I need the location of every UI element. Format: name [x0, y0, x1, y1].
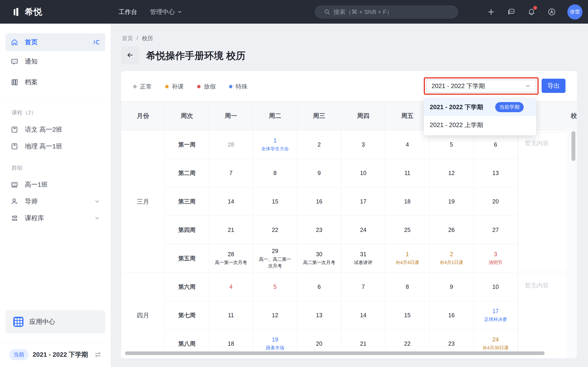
chevron-down-icon — [177, 9, 182, 15]
current-badge: 当前 — [9, 349, 28, 360]
main-content: 首页 / 校历 希悦操作手册环境 校历 正常 补课 放假 特殊 — [111, 24, 588, 367]
calendar-day-cell: 24 — [341, 216, 385, 244]
calendar-day-cell: 17足球杯决赛 — [474, 301, 518, 330]
calendar-day-cell: 28高一第一次月考 — [209, 244, 253, 273]
collapse-sidebar-icon[interactable] — [93, 39, 100, 46]
calendar-week-row: 第二周78910111213 — [121, 159, 577, 187]
calendar-col-header: 月份 — [121, 101, 165, 131]
add-button[interactable] — [486, 7, 496, 17]
user-avatar[interactable]: 张雷 — [567, 4, 582, 19]
calendar-week-row: 第四周21222324252627 — [121, 216, 577, 244]
calendar-week-row: 四月第六周45678910暂无内容 — [121, 273, 577, 301]
week-label: 第六周 — [165, 273, 209, 301]
home-icon — [10, 38, 18, 46]
calendar-card: 正常 补课 放假 特殊 2021 - 2022 下学期 导出 — [121, 71, 577, 358]
sidebar-item-label: 高一1班 — [25, 180, 48, 189]
course-book-icon — [10, 126, 18, 133]
week-label: 第二周 — [165, 159, 209, 187]
course-book-icon — [10, 142, 18, 150]
sidebar-item-archive[interactable]: 档案 — [6, 73, 105, 91]
archive-books-icon — [10, 78, 18, 86]
calendar-day-cell: 20 — [297, 330, 341, 351]
back-button[interactable] — [121, 46, 139, 64]
page-title: 希悦操作手册环境 校历 — [146, 49, 246, 62]
section-courses: 课程（2） — [11, 109, 36, 116]
sidebar-item-course-geo[interactable]: 地理 高一1班 — [6, 137, 105, 155]
dropdown-option-previous[interactable]: 2021 - 2022 上学期 — [424, 116, 536, 134]
sidebar-item-course-library[interactable]: 课程库 — [6, 209, 105, 227]
horizontal-scrollbar[interactable] — [125, 351, 545, 355]
mentor-person-icon — [10, 198, 18, 205]
search-input[interactable]: 搜索（⌘ + Shift + F） — [315, 5, 458, 19]
calendar-day-cell: 4 — [385, 131, 430, 159]
calendar-day-cell: 16 — [430, 301, 474, 330]
chevron-down-icon[interactable] — [94, 198, 100, 204]
calendar-day-cell: 2 — [297, 131, 341, 159]
calendar-day-cell: 16 — [297, 187, 341, 216]
legend-dot — [197, 85, 200, 88]
calendar-col-header: 周二 — [253, 101, 297, 131]
calendar-day-cell: 29高一、高二第一次月考 — [253, 244, 297, 273]
dropdown-option-current[interactable]: 2021 - 2022 下学期 当前学期 — [424, 98, 536, 116]
semester-dropdown: 2021 - 2022 下学期 当前学期 2021 - 2022 上学期 — [424, 98, 536, 135]
switch-semester-icon[interactable] — [94, 351, 102, 359]
calendar-day-cell: 15 — [385, 301, 430, 330]
calendar-day-cell: 22 — [385, 330, 430, 351]
notification-bell-icon[interactable] — [527, 7, 536, 17]
sidebar-item-mentor[interactable]: 导师 — [6, 192, 105, 210]
sidebar-item-label: 课程库 — [25, 214, 44, 223]
sidebar-item-notifications[interactable]: 通知 — [6, 52, 105, 70]
export-button[interactable]: 导出 — [542, 79, 565, 93]
sidebar-item-class[interactable]: 高一1班 — [6, 176, 105, 194]
calendar-day-cell: 18 — [385, 187, 430, 216]
sidebar: 首页 通知 档案 课程（2） 语文 高一2班 地理 高一1班 群组 高一1 — [0, 24, 111, 367]
app-logo[interactable]: 希悦 — [11, 6, 43, 18]
messages-icon[interactable] — [507, 7, 516, 17]
calendar-day-cell: 27 — [474, 216, 518, 244]
vertical-scrollbar[interactable] — [571, 131, 575, 161]
calendar-day-cell: 12 — [430, 159, 474, 187]
calendar-week-row: 第三周14151617181920 — [121, 187, 577, 216]
legend: 正常 补课 放假 特殊 — [133, 83, 248, 91]
topbar: 希悦 工作台 管理中心 搜索（⌘ + Shift + F） 张雷 — [0, 0, 588, 24]
week-label: 第一周 — [165, 131, 209, 159]
nav-admin-center[interactable]: 管理中心 — [150, 8, 182, 16]
calendar-day-cell: 23 — [297, 216, 341, 244]
app-center-button[interactable]: 应用中心 — [6, 310, 105, 334]
calendar-week-row: 第七周11121314151617足球杯决赛 — [121, 301, 577, 330]
calendar-day-cell: 14 — [209, 187, 253, 216]
calendar-day-cell: 30高二第一次月考 — [297, 244, 341, 273]
calendar-day-cell: 7 — [341, 273, 385, 301]
calendar-day-cell: 11 — [385, 159, 430, 187]
legend-holiday: 放假 — [197, 83, 216, 91]
current-semester-badge: 当前学期 — [495, 102, 524, 112]
sidebar-item-home[interactable]: 首页 — [6, 33, 105, 51]
calendar-day-cell: 10 — [341, 159, 385, 187]
semester-select-value: 2021 - 2022 下学期 — [432, 82, 485, 90]
calendar-day-cell: 5 — [253, 273, 297, 301]
calendar-day-cell: 31试卷讲评 — [341, 244, 385, 273]
app-grid-icon — [13, 317, 23, 327]
calendar-body: 三月第一周281全体学生大会23456暂无内容第二周78910111213第三周… — [121, 131, 577, 351]
calendar-day-cell: 3清明节 — [474, 244, 518, 273]
legend-special: 特殊 — [229, 83, 248, 91]
logo-icon — [11, 7, 22, 17]
calendar-day-cell: 26 — [430, 216, 474, 244]
scrollbar-gutter — [566, 130, 577, 358]
calendar-week-row: 第五周28高一第一次月考29高一、高二第一次月考30高二第一次月考31试卷讲评1… — [121, 244, 577, 273]
semester-select[interactable]: 2021 - 2022 下学期 — [426, 80, 536, 92]
sidebar-item-label: 导师 — [25, 197, 38, 206]
calendar-day-cell: 24补4月30日课 — [474, 330, 518, 351]
assistant-icon[interactable] — [547, 7, 556, 17]
calendar-day-cell: 14 — [341, 301, 385, 330]
breadcrumb-home[interactable]: 首页 — [122, 35, 133, 42]
sidebar-item-label: 首页 — [25, 38, 38, 47]
search-placeholder: 搜索（⌘ + Shift + F） — [334, 8, 393, 16]
nav-workbench[interactable]: 工作台 — [119, 8, 137, 16]
week-label: 第八周 — [165, 330, 209, 351]
calendar-table: 月份周次周一周二周三周四周五周六周日校历备注 三月第一周281全体学生大会234… — [121, 101, 577, 350]
chat-bubble-icon — [10, 58, 18, 65]
sidebar-item-course-chinese[interactable]: 语文 高一2班 — [6, 121, 105, 139]
calendar-col-header: 周次 — [165, 101, 209, 131]
chevron-down-icon[interactable] — [94, 215, 100, 221]
